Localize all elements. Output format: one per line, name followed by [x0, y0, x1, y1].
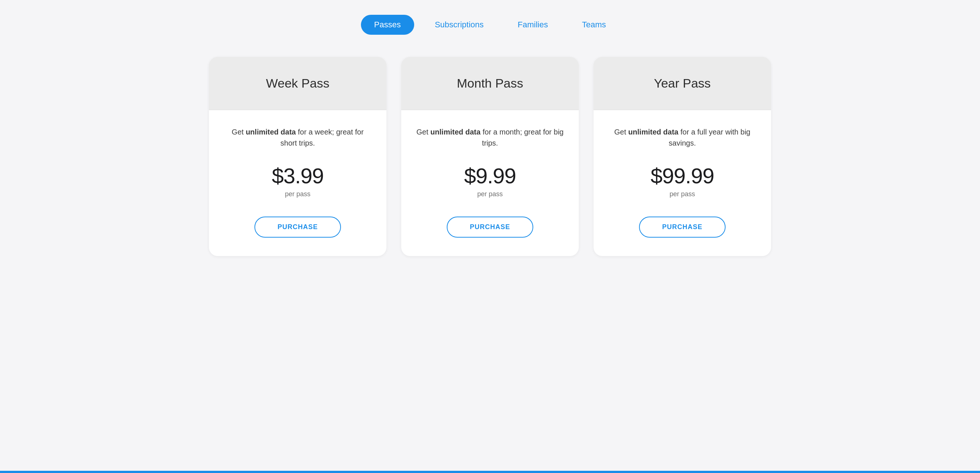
year-pass-price-label: per pass [669, 190, 695, 198]
month-pass-price-section: $9.99 per pass [464, 163, 516, 198]
year-pass-price-section: $99.99 per pass [651, 163, 714, 198]
week-pass-header: Week Pass [209, 57, 387, 110]
tab-subscriptions[interactable]: Subscriptions [422, 15, 497, 35]
tab-passes[interactable]: Passes [361, 15, 414, 35]
month-pass-price: $9.99 [464, 163, 516, 188]
week-pass-price: $3.99 [272, 163, 324, 188]
week-pass-price-section: $3.99 per pass [272, 163, 324, 198]
week-pass-price-label: per pass [285, 190, 310, 198]
bottom-bar [0, 471, 980, 473]
month-pass-price-label: per pass [477, 190, 503, 198]
week-pass-title: Week Pass [266, 76, 329, 90]
week-pass-card: Week Pass Get unlimited data for a week;… [209, 57, 387, 256]
week-pass-body: Get unlimited data for a week; great for… [209, 110, 387, 256]
month-pass-title: Month Pass [457, 76, 523, 90]
year-pass-card: Year Pass Get unlimited data for a full … [593, 57, 771, 256]
year-pass-description: Get unlimited data for a full year with … [608, 126, 756, 149]
year-pass-body: Get unlimited data for a full year with … [593, 110, 771, 256]
tab-navigation: Passes Subscriptions Families Teams [361, 15, 619, 35]
tab-teams[interactable]: Teams [569, 15, 619, 35]
cards-container: Week Pass Get unlimited data for a week;… [194, 57, 786, 256]
page-wrapper: Passes Subscriptions Families Teams Week… [0, 0, 980, 286]
year-pass-title: Year Pass [654, 76, 711, 90]
month-pass-body: Get unlimited data for a month; great fo… [401, 110, 579, 256]
month-pass-header: Month Pass [401, 57, 579, 110]
tab-families[interactable]: Families [504, 15, 562, 35]
year-pass-price: $99.99 [651, 163, 714, 188]
week-pass-purchase-button[interactable]: PURCHASE [255, 217, 340, 238]
month-pass-card: Month Pass Get unlimited data for a mont… [401, 57, 579, 256]
week-pass-description: Get unlimited data for a week; great for… [224, 126, 372, 149]
year-pass-header: Year Pass [593, 57, 771, 110]
month-pass-description: Get unlimited data for a month; great fo… [416, 126, 564, 149]
year-pass-purchase-button[interactable]: PURCHASE [639, 217, 725, 238]
month-pass-purchase-button[interactable]: PURCHASE [447, 217, 533, 238]
